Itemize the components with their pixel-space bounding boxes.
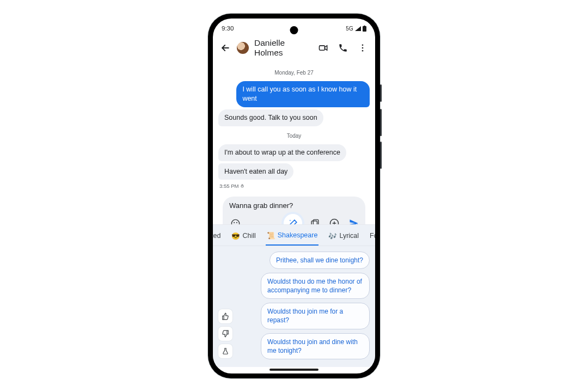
svg-point-3 (362, 44, 364, 46)
add-attachment-button[interactable] (327, 216, 341, 224)
feedback-column (218, 252, 232, 359)
svg-rect-1 (364, 26, 365, 27)
status-right: 5G (346, 26, 366, 32)
date-divider: Today (218, 128, 370, 142)
signal-icon (355, 26, 361, 31)
volume-up-button (380, 109, 382, 136)
thumbs-down-button[interactable] (218, 327, 232, 341)
message-incoming[interactable]: Haven't eaten all day (218, 163, 293, 180)
screen: 9:30 5G Danielle Holmes (213, 19, 375, 373)
suggestion-item[interactable]: Wouldst thou join me for a repast? (261, 303, 370, 329)
status-time: 9:30 (222, 25, 234, 32)
emoji-button[interactable] (228, 216, 242, 224)
suggestion-item[interactable]: Prithee, shall we dine tonight? (270, 252, 370, 269)
svg-rect-11 (313, 219, 318, 224)
svg-rect-2 (320, 46, 325, 50)
power-button (380, 84, 382, 102)
message-timestamp: 3:55 PM (218, 182, 370, 192)
tab-chill[interactable]: 😎Chill (230, 230, 256, 246)
tab-shakespeare[interactable]: 📜Shakespeare (266, 230, 319, 246)
suggestion-item[interactable]: Wouldst thou join and dine with me tonig… (261, 333, 370, 359)
svg-point-5 (362, 50, 364, 52)
timestamp-text: 3:55 PM (219, 183, 238, 189)
message-composer: Wanna grab dinner? (223, 197, 365, 224)
message-incoming[interactable]: I'm about to wrap up at the conference (218, 144, 346, 161)
network-label: 5G (346, 26, 353, 32)
more-options-button[interactable] (357, 42, 369, 54)
conversation-view[interactable]: Monday, Feb 27 I will call you as soon a… (213, 62, 375, 224)
back-button[interactable] (219, 42, 231, 54)
date-divider: Monday, Feb 27 (218, 65, 370, 79)
app-bar: Danielle Holmes (213, 33, 375, 62)
gallery-button[interactable] (308, 216, 322, 224)
battery-icon (363, 26, 366, 32)
message-outgoing[interactable]: I will call you as soon as I know how it… (236, 81, 370, 107)
magic-compose-button[interactable] (284, 214, 302, 224)
suggestion-item[interactable]: Wouldst thou do me the honor of accompan… (261, 273, 370, 299)
tab-formal[interactable]: For (369, 230, 375, 246)
tab-lyrical[interactable]: 🎶Lyrical (327, 230, 360, 246)
message-incoming[interactable]: Sounds good. Talk to you soon (218, 109, 323, 126)
magic-compose-panel: cited 😎Chill 📜Shakespeare 🎶Lyrical For (213, 224, 375, 367)
composer-input[interactable]: Wanna grab dinner? (228, 201, 361, 211)
phone-frame: 9:30 5G Danielle Holmes (208, 14, 380, 378)
thumbs-up-button[interactable] (218, 309, 232, 323)
front-camera (290, 26, 298, 34)
style-tabs: cited 😎Chill 📜Shakespeare 🎶Lyrical For (213, 225, 375, 246)
send-button[interactable] (347, 216, 361, 224)
voice-call-button[interactable] (337, 42, 349, 54)
contact-name[interactable]: Danielle Holmes (254, 38, 312, 58)
lock-icon (240, 183, 244, 189)
tab-excited[interactable]: cited (213, 230, 222, 246)
svg-rect-6 (241, 186, 243, 187)
suggestion-list: Prithee, shall we dine tonight? Wouldst … (237, 252, 370, 359)
svg-rect-0 (363, 26, 366, 32)
experiment-button[interactable] (218, 344, 232, 358)
svg-point-4 (362, 47, 364, 49)
svg-point-9 (236, 222, 237, 223)
svg-point-7 (231, 219, 239, 224)
home-indicator[interactable] (270, 369, 318, 371)
video-call-button[interactable] (317, 42, 329, 54)
volume-down-button (380, 142, 382, 169)
contact-avatar[interactable] (237, 42, 249, 54)
svg-point-8 (234, 222, 234, 223)
